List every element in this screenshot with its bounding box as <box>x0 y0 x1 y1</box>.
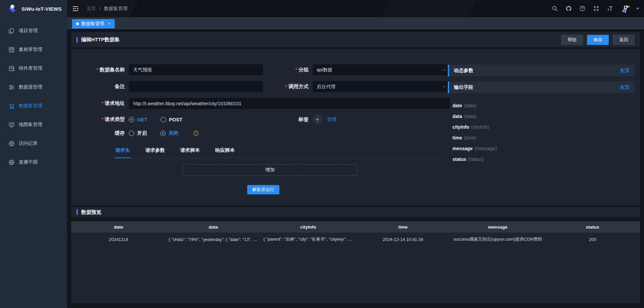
dataset-name-label: *数据集名称 <box>71 67 125 73</box>
remark-label: 备注 <box>71 83 125 90</box>
sidebar-item-records[interactable]: 访问记录 <box>0 134 67 153</box>
invoke-select[interactable]: 后台代理 <box>313 81 450 92</box>
tag-label: 标签 <box>267 116 309 123</box>
cache-radio-on[interactable]: 开启 <box>129 130 147 136</box>
group-select[interactable]: api数据 <box>313 64 450 75</box>
cart-icon <box>8 103 15 109</box>
remark-input[interactable] <box>129 81 263 92</box>
font-size-icon[interactable] <box>607 5 613 12</box>
sidebar-item-project[interactable]: 项目管理 <box>0 21 67 40</box>
output-field-item: date(date) <box>452 100 634 111</box>
side-panel: 动态参数 配置 输出字段 配置 date(date) data(data) ci… <box>448 65 635 165</box>
back-button[interactable]: 返回 <box>613 35 635 45</box>
request-subtabs: 请求头 请求参数 请求脚本 响应脚本 <box>115 145 446 158</box>
output-fields-config-link[interactable]: 配置 <box>621 84 630 90</box>
globe-icon <box>8 159 15 166</box>
radio-icon <box>160 131 166 136</box>
accent-bar <box>76 209 78 215</box>
radio-icon <box>129 117 134 122</box>
breadcrumb-current: 数据集管理 <box>104 6 127 12</box>
dataset-name-input[interactable] <box>129 64 263 75</box>
table-row: 20241214 { "shidu": "74%", "yesterday": … <box>71 233 640 246</box>
output-fields-header: 输出字段 配置 <box>448 81 635 93</box>
invoke-select-value: 后台代理 <box>317 84 335 90</box>
url-input[interactable] <box>129 98 450 109</box>
dynamic-params-title: 动态参数 <box>454 67 473 74</box>
globe-icon <box>8 140 15 147</box>
search-icon[interactable] <box>552 5 558 12</box>
sidebar-item-label: 素材库管理 <box>19 47 42 53</box>
col-header-status: status <box>545 225 640 230</box>
grid-icon <box>8 47 15 53</box>
cell-time: 2024-12-14 10:41:34 <box>356 237 450 242</box>
manage-tags-link[interactable]: 管理 <box>327 117 336 123</box>
add-tag-button[interactable]: + <box>313 115 322 124</box>
help-icon[interactable] <box>579 5 586 12</box>
cache-radio-off[interactable]: 关闭 <box>160 130 178 136</box>
output-field-item: status(status) <box>452 154 634 165</box>
method-radio-get[interactable]: GET <box>129 117 147 122</box>
invoke-label: *调用方式 <box>267 83 309 90</box>
subtab-response-script[interactable]: 响应脚本 <box>215 145 235 158</box>
cache-label: 缓存 <box>71 130 125 136</box>
breadcrumb: 首页 / 数据集管理 <box>87 6 127 12</box>
sidebar-item-label: 数据集管理 <box>19 103 42 109</box>
radio-icon <box>129 131 134 136</box>
output-field-item: time(time) <box>452 132 634 143</box>
sidebar-item-label: 访问记录 <box>19 140 38 146</box>
active-dot-icon <box>76 22 79 25</box>
save-button[interactable]: 保存 <box>587 35 609 45</box>
sidebar-nav: 项目管理 素材库管理 组件库管理 数据源管理 数据集管理 地图集管理 访问记录 <box>0 21 67 172</box>
dynamic-params-config-link[interactable]: 配置 <box>621 68 630 74</box>
output-field-item: data(data) <box>452 111 634 122</box>
output-fields-title: 输出字段 <box>454 84 473 90</box>
col-header-date: date <box>71 225 166 230</box>
sidebar-collapse-icon[interactable] <box>72 5 79 12</box>
accent-bar <box>76 37 78 43</box>
method-radio-post[interactable]: POST <box>161 117 182 122</box>
sidebar-item-material[interactable]: 素材库管理 <box>0 40 67 59</box>
table-header-row: date data cityInfo time message status <box>71 221 640 233</box>
tab-label: 数据集管理 <box>82 21 104 27</box>
sidebar-item-component[interactable]: 组件库管理 <box>0 59 67 78</box>
cell-message: success感谢又拍云(upyun.com)提供CDN赞助 <box>450 236 545 242</box>
dataset-form: *数据集名称 *分组 api数据 备注 *调用方式 后台代理 *请求地址 *请求… <box>71 49 640 205</box>
cell-cityinfo: { "parent": "吉林", "city": "长春市", "cityke… <box>261 236 356 242</box>
add-row-button[interactable]: 增加 <box>183 164 357 176</box>
fullscreen-icon[interactable] <box>593 5 599 12</box>
url-label: *请求地址 <box>71 100 125 107</box>
avatar[interactable] <box>621 4 631 14</box>
preview-titlebar: 数据预览 <box>71 207 640 217</box>
app-title: SiWu-IoT-VIEWS <box>21 6 62 12</box>
sidebar-item-label: 数据源管理 <box>19 84 42 90</box>
output-field-item: cityInfo(cityInfo) <box>452 122 634 132</box>
tab-dataset-management[interactable]: 数据集管理 × <box>72 19 115 28</box>
top-header: 首页 / 数据集管理 <box>67 0 644 17</box>
output-fields-list: date(date) data(data) cityInfo(cityInfo)… <box>448 98 635 165</box>
col-header-data: data <box>166 225 261 230</box>
page-tabstrip: 数据集管理 × <box>67 17 644 29</box>
sidebar-item-datasource[interactable]: 数据源管理 <box>0 78 67 97</box>
page-title: 编辑HTTP数据集 <box>81 37 119 43</box>
cell-date: 20241214 <box>71 237 166 242</box>
group-select-value: api数据 <box>317 67 332 73</box>
subtab-request-params[interactable]: 请求参数 <box>145 145 166 158</box>
subtab-request-headers[interactable]: 请求头 <box>115 145 131 158</box>
chevron-down-icon <box>442 68 446 71</box>
parse-run-button[interactable]: 解析并运行 <box>247 185 279 194</box>
help-button[interactable]: 帮助 <box>561 35 583 45</box>
sidebar-item-dataset[interactable]: 数据集管理 <box>0 97 67 115</box>
sidebar-item-label: 地图集管理 <box>19 122 42 128</box>
form-titlebar: 编辑HTTP数据集 帮助 保存 返回 <box>71 32 640 47</box>
sidebar-item-live-china[interactable]: 直播中国 <box>0 153 67 172</box>
cell-data: { "shidu": "74%", "yesterday": { "date":… <box>166 237 261 242</box>
close-icon[interactable]: × <box>108 21 111 26</box>
app-logo: SiWu-IoT-VIEWS <box>0 0 67 17</box>
subtab-request-script[interactable]: 请求脚本 <box>180 145 201 158</box>
breadcrumb-home[interactable]: 首页 <box>87 6 96 12</box>
dynamic-params-header: 动态参数 配置 <box>448 65 635 76</box>
preview-table: date data cityInfo time message status 2… <box>71 221 640 303</box>
chevron-down-icon[interactable] <box>636 8 639 10</box>
github-icon[interactable] <box>566 5 572 12</box>
sidebar-item-atlas[interactable]: 地图集管理 <box>0 115 67 134</box>
